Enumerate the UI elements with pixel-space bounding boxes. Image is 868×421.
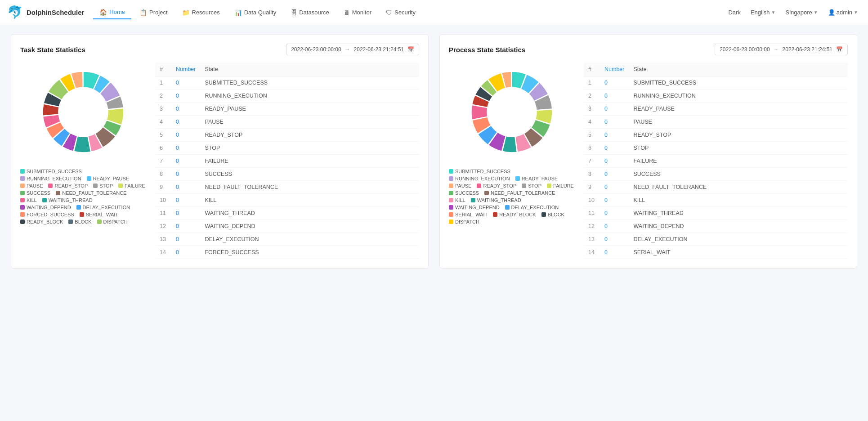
nav-monitor[interactable]: 🖥 Monitor [337,6,378,19]
row-count: 0 [171,168,200,181]
legend-dot [42,198,47,202]
row-state: SUBMITTED_SUCCESS [200,76,419,90]
legend-label: DELAY_EXECUTION [511,205,559,210]
row-state: KILL [629,194,848,207]
legend-label: FAILURE [125,183,145,188]
legend-item: SUBMITTED_SUCCESS [20,169,82,174]
security-icon: 🛡 [386,9,392,16]
nav-project-label: Project [149,9,167,16]
row-state: WAITING_THREAD [200,207,419,220]
legend-label: SUCCESS [455,190,479,196]
table-row: 7 0 FAILURE [584,155,848,168]
legend-label: WAITING_THREAD [477,197,521,203]
legend-item: READY_PAUSE [515,176,558,181]
table-row: 3 0 READY_PAUSE [584,103,848,116]
row-state: PAUSE [200,116,419,129]
task-panel-body: SUBMITTED_SUCCESS RUNNING_EXECUTION READ… [20,63,419,259]
row-count: 0 [171,129,200,142]
nav-project[interactable]: 📋 Project [133,6,174,19]
nav-resources-label: Resources [192,9,220,16]
legend-label: WAITING_THREAD [49,197,93,203]
legend-dot [118,184,123,188]
row-count: 0 [600,155,629,168]
process-panel: Process State Statistics 2022-06-23 00:0… [439,34,857,269]
legend-dot [547,184,551,188]
row-state: STOP [629,142,848,155]
row-count: 0 [600,233,629,246]
row-count: 0 [600,142,629,155]
user-dropdown-arrow: ▼ [854,10,858,15]
legend-dot [93,184,98,188]
user-icon: 👤 [828,9,835,16]
task-panel-title: Task State Statistics [20,46,85,54]
legend-item: SUCCESS [20,190,50,196]
process-date-arrow: → [774,46,779,53]
legend-dot [449,198,453,202]
legend-dot [541,212,546,217]
legend-item: BLOCK [68,219,91,224]
row-num: 6 [584,142,600,155]
table-row: 6 0 STOP [584,142,848,155]
user-menu[interactable]: 👤 admin ▼ [825,7,861,18]
row-count: 0 [171,181,200,194]
legend-label: RUNNING_EXECUTION [27,176,81,181]
legend-item: READY_STOP [48,183,88,188]
legend-label: READY_BLOCK [499,212,536,217]
row-count: 0 [171,233,200,246]
row-state: READY_STOP [629,129,848,142]
row-num: 14 [584,246,600,259]
dataquality-icon: 📊 [234,9,242,16]
nav-dataquality[interactable]: 📊 Data Quality [228,6,283,19]
legend-dot [20,219,25,224]
legend-item: SUBMITTED_SUCCESS [449,169,510,174]
table-row: 4 0 PAUSE [584,116,848,129]
row-state: KILL [200,194,419,207]
table-row: 4 0 PAUSE [155,116,419,129]
legend-label: DELAY_EXECUTION [83,205,130,210]
row-count: 0 [171,194,200,207]
legend-item: WAITING_DEPEND [20,205,71,210]
process-table-area: # Number State 1 0 SUBMITTED_SUCCESS 2 0… [584,63,848,259]
nav-datasource[interactable]: 🗄 Datasource [284,6,335,19]
language-selector[interactable]: English ▼ [748,7,779,18]
nav-security-label: Security [394,9,416,16]
row-count: 0 [600,129,629,142]
row-num: 8 [155,168,171,181]
table-row: 8 0 SUCCESS [155,168,419,181]
main-content: Task State Statistics 2022-06-23 00:00:0… [0,25,868,278]
row-state: RUNNING_EXECUTION [200,90,419,103]
nav-right: Dark English ▼ Singapore ▼ 👤 admin ▼ [725,7,861,18]
task-col-number: Number [171,63,200,76]
region-selector[interactable]: Singapore ▼ [783,7,820,18]
task-col-state: State [200,63,419,76]
legend-dot [48,184,53,188]
monitor-icon: 🖥 [344,9,350,16]
legend-label: FAILURE [553,183,574,188]
nav-security[interactable]: 🛡 Security [380,6,422,19]
theme-toggle[interactable]: Dark [725,7,743,18]
table-row: 6 0 STOP [155,142,419,155]
row-num: 7 [584,155,600,168]
row-state: FAILURE [200,155,419,168]
legend-label: WAITING_DEPEND [27,205,71,210]
legend-item: WAITING_THREAD [471,197,521,203]
process-date-from: 2022-06-23 00:00:00 [720,46,770,53]
process-panel-header: Process State Statistics 2022-06-23 00:0… [449,44,848,55]
row-state: SUCCESS [200,168,419,181]
region-dropdown-arrow: ▼ [814,10,818,15]
legend-item: FAILURE [547,183,574,188]
row-count: 0 [600,76,629,90]
task-calendar-icon: 📅 [407,46,414,53]
nav-resources[interactable]: 📁 Resources [176,6,226,19]
row-count: 0 [171,90,200,103]
table-row: 5 0 READY_STOP [155,129,419,142]
process-date-range[interactable]: 2022-06-23 00:00:00 → 2022-06-23 21:24:5… [715,44,848,55]
row-count: 0 [600,168,629,181]
theme-label: Dark [728,9,740,16]
legend-item: BLOCK [541,212,564,217]
nav-home[interactable]: 🏠 Home [93,6,131,19]
task-date-range[interactable]: 2022-06-23 00:00:00 → 2022-06-23 21:24:5… [286,44,419,55]
table-row: 11 0 WAITING_THREAD [584,207,848,220]
legend-dot [20,212,25,217]
table-row: 12 0 WAITING_DEPEND [584,220,848,233]
